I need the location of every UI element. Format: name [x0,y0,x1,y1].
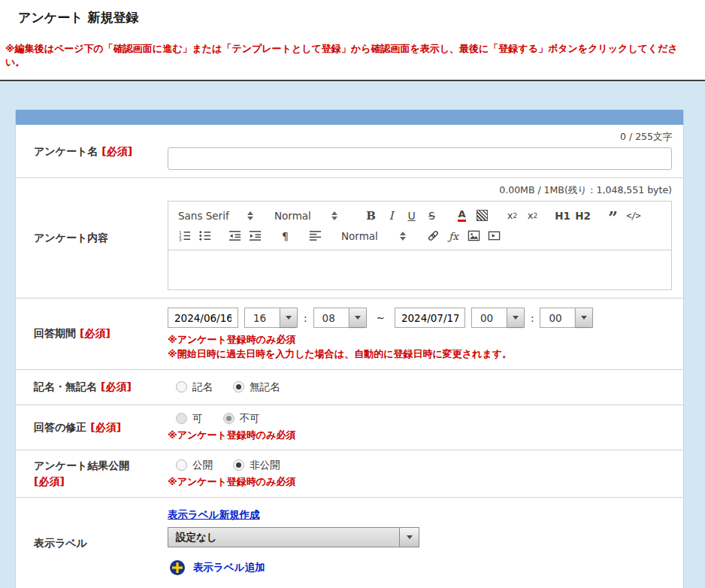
start-hour-select[interactable]: 16 [244,308,298,328]
radio-circle-checked [233,459,244,471]
underline-icon[interactable]: U [401,207,422,225]
display-label-label: 表示ラベル [34,536,87,550]
start-minute-select[interactable]: 08 [313,308,367,328]
font-picker[interactable]: Sans Serif [174,210,257,222]
display-label-select[interactable]: 設定なし [168,527,419,547]
radio-circle [176,381,187,393]
radio-public[interactable]: 公開 [176,459,213,472]
required-badge: [必須] [90,420,121,435]
row-result-public: アンケート結果公開 [必須] 公開 非公開 ※アンケート登録 [16,450,683,499]
period-note-1: ※アンケート登録時のみ必須 [168,333,672,347]
survey-name-label-cell: アンケート名 [必須] [16,125,168,177]
font-picker-value: Sans Serif [178,210,229,222]
add-display-label-link[interactable]: 表示ラベル追加 [193,561,265,574]
outdent-icon[interactable] [225,227,245,245]
content-area: アンケート名 [必須] 0 / 255文字 アンケート内容 0.00MB / 1… [0,81,705,588]
char-counter: 0 / 255文字 [168,131,672,144]
named-label-cell: 記名・無記名 [必須] [16,370,168,405]
caret-down-icon [407,535,413,539]
start-date-input[interactable] [168,308,238,328]
page-notice: ※編集後はページ下の「確認画面に進む」または「テンプレートとして登録」から確認画… [5,42,687,69]
subscript-icon[interactable]: x2 [502,207,522,225]
required-badge: [必須] [34,474,65,489]
table-header-bar [16,110,683,125]
indent-icon[interactable] [245,227,265,245]
result-public-note: ※アンケート登録時のみ必須 [168,475,672,489]
strikethrough-icon[interactable]: S [422,207,442,225]
bold-icon[interactable]: B [361,207,381,225]
radio-label: 公開 [192,459,213,472]
image-icon[interactable] [464,227,484,245]
radio-private[interactable]: 非公開 [233,459,280,472]
row-named: 記名・無記名 [必須] 記名 無記名 [16,370,683,405]
row-survey-name: アンケート名 [必須] 0 / 255文字 [16,125,683,178]
answer-period-label: 回答期間 [34,326,76,341]
survey-form-card: アンケート名 [必須] 0 / 255文字 アンケート内容 0.00MB / 1… [15,110,684,588]
picker-arrows-icon [247,211,253,220]
italic-icon[interactable]: I [381,207,401,225]
row-answer-edit: 回答の修正 [必須] 可 不可 ※アンケート登録時のみ必須 [16,405,683,450]
answer-period-label-cell: 回答期間 [必須] [16,299,168,369]
page-title: アンケート 新規登録 [18,9,687,26]
dropdown-arrow-button[interactable] [507,308,524,327]
row-answer-period: 回答期間 [必須] 16 : 08 [16,299,683,370]
caret-down-icon [286,316,292,320]
survey-name-input[interactable] [168,147,672,170]
video-icon[interactable] [484,227,504,245]
radio-label: 非公開 [250,459,280,472]
display-label-select-value: 設定なし [168,528,399,547]
size-picker[interactable]: Normal [271,210,341,222]
result-public-label: アンケート結果公開 [34,459,129,473]
caret-down-icon [513,316,519,320]
radio-label: 無記名 [250,380,280,394]
radio-edit-not-allowed[interactable]: 不可 [223,412,260,426]
radio-label: 記名 [192,380,213,394]
colon-separator: : [531,312,534,324]
radio-edit-allowed[interactable]: 可 [176,412,203,426]
svg-text:3: 3 [179,238,182,242]
radio-named-signed[interactable]: 記名 [176,380,213,394]
dropdown-arrow-button[interactable] [280,308,297,327]
radio-named-anonymous[interactable]: 無記名 [233,380,280,394]
end-date-input[interactable] [395,308,465,328]
code-block-icon[interactable]: </> [623,207,643,225]
end-minute-select[interactable]: 00 [540,308,593,328]
blockquote-icon[interactable]: ” [603,208,623,223]
combo-arrow-button[interactable] [399,528,419,547]
named-label: 記名・無記名 [34,380,97,394]
end-hour-select[interactable]: 00 [471,308,525,328]
caret-down-icon [355,316,361,320]
align-icon[interactable] [305,227,325,245]
link-icon[interactable] [423,227,443,245]
radio-circle [176,459,187,471]
radio-circle-disabled-checked [223,413,234,424]
picker-arrows-icon [400,232,406,241]
page-header: アンケート 新規登録 ※編集後はページ下の「確認画面に進む」または「テンプレート… [0,0,705,69]
dropdown-arrow-button[interactable] [575,308,592,327]
add-plus-icon[interactable] [169,559,186,576]
text-direction-icon[interactable]: ¶ [275,227,295,245]
highlight-color-icon[interactable] [472,207,492,225]
heading1-icon[interactable]: H1 [552,207,573,225]
bullet-list-icon[interactable] [195,227,215,245]
row-display-label: 表示ラベル 表示ラベル新規作成 設定なし [16,498,683,588]
formula-icon[interactable]: ƒx [443,227,464,245]
colon-separator: : [304,312,307,324]
format-picker-value: Normal [341,230,378,242]
radio-label: 可 [192,412,203,426]
editor-text-area[interactable] [168,250,672,290]
text-color-icon[interactable]: A [452,207,472,225]
radio-circle-disabled [176,413,187,424]
format-picker[interactable]: Normal [337,230,410,242]
heading2-icon[interactable]: H2 [573,207,593,225]
create-display-label-link[interactable]: 表示ラベル新規作成 [168,508,259,522]
survey-content-label: アンケート内容 [34,231,108,245]
period-note-2: ※開始日時に過去日時を入力した場合は、自動的に登録日時に変更されます。 [168,347,672,362]
end-minute-value: 00 [540,308,575,327]
ordered-list-icon[interactable]: 123 [174,227,195,245]
dropdown-arrow-button[interactable] [349,308,366,327]
end-hour-value: 00 [472,308,507,327]
superscript-icon[interactable]: x2 [522,207,543,225]
display-label-label-cell: 表示ラベル [16,498,168,588]
size-picker-value: Normal [274,210,311,222]
